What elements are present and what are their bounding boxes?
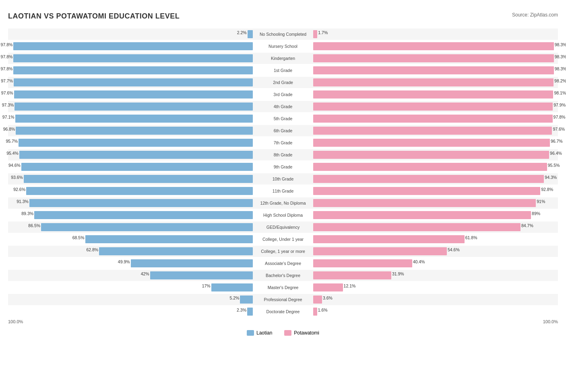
right-value: 1.6% (318, 308, 328, 312)
left-bar-wrap: 2.3% (8, 306, 253, 317)
table-row: 97.6%3rd Grade98.1% (8, 89, 558, 100)
right-bar-wrap: 97.8% (313, 113, 558, 124)
legend-color-laotian (247, 330, 254, 336)
left-bar-wrap: 5.2% (8, 294, 253, 305)
right-value: 96.4% (550, 151, 562, 156)
right-bar-wrap: 98.3% (313, 65, 558, 76)
right-bar-wrap: 95.5% (313, 161, 558, 172)
bar-chart: 2.2%No Schooling Completed1.7%97.8%Nurse… (8, 29, 558, 317)
table-row: 94.6%9th Grade95.5% (8, 161, 558, 172)
left-bar-wrap: 97.8% (8, 41, 253, 52)
right-bar-wrap: 1.6% (313, 306, 558, 317)
legend-color-potawatomi (284, 330, 291, 336)
right-value: 1.7% (318, 30, 328, 35)
left-value: 91.3% (17, 199, 29, 204)
right-value: 92.8% (541, 187, 553, 192)
table-row: 92.6%11th Grade92.8% (8, 185, 558, 197)
left-value: 97.1% (2, 115, 14, 119)
row-label: 2nd Grade (253, 80, 313, 85)
row-label: High School Diploma (253, 213, 313, 218)
table-row: 97.7%2nd Grade98.2% (8, 77, 558, 88)
left-value: 49.9% (118, 259, 130, 264)
left-value: 93.6% (11, 175, 23, 180)
row-label: 7th Grade (253, 140, 313, 145)
left-value: 2.2% (237, 30, 247, 35)
left-bar-wrap: 86.5% (8, 222, 253, 233)
right-bar-wrap: 40.4% (313, 258, 558, 269)
left-value: 2.3% (237, 308, 246, 312)
legend-potawatomi: Potawatomi (284, 330, 319, 336)
row-label: Associate's Degree (253, 261, 313, 266)
table-row: 93.6%10th Grade94.3% (8, 173, 558, 185)
row-label: 1st Grade (253, 68, 313, 73)
row-label: 9th Grade (253, 164, 313, 169)
right-value: 91% (537, 199, 545, 204)
right-bar-wrap: 1.7% (313, 29, 558, 40)
table-row: 42%Bachelor's Degree31.9% (8, 270, 558, 281)
left-value: 94.6% (8, 163, 21, 168)
right-value: 89% (532, 211, 540, 216)
table-row: 97.8%1st Grade98.3% (8, 65, 558, 76)
left-value: 97.8% (1, 54, 13, 59)
right-bar-wrap: 54.6% (313, 246, 558, 257)
right-bar-wrap: 98.1% (313, 89, 558, 100)
table-row: 86.5%GED/Equivalency84.7% (8, 222, 558, 233)
row-label: 10th Grade (253, 177, 313, 181)
table-row: 95.4%8th Grade96.4% (8, 149, 558, 160)
right-value: 98.3% (555, 66, 566, 71)
table-row: 97.8%Kindergarten98.3% (8, 53, 558, 64)
left-bar-wrap: 95.4% (8, 149, 253, 160)
right-value: 54.6% (448, 247, 460, 252)
legend-label-laotian: Laotian (256, 330, 272, 336)
axis-left-label: 100.0% (8, 319, 23, 324)
left-bar-wrap: 97.1% (8, 113, 253, 124)
right-value: 98.3% (555, 42, 566, 47)
left-bar-wrap: 97.8% (8, 53, 253, 64)
right-value: 98.3% (555, 54, 566, 59)
table-row: 2.3%Doctorate Degree1.6% (8, 306, 558, 317)
table-row: 5.2%Professional Degree3.6% (8, 294, 558, 305)
row-label: Professional Degree (253, 297, 313, 302)
table-row: 91.3%12th Grade, No Diploma91% (8, 197, 558, 209)
right-bar-wrap: 96.4% (313, 149, 558, 160)
right-value: 61.8% (465, 235, 477, 240)
right-value: 96.7% (551, 139, 563, 144)
right-bar-wrap: 31.9% (313, 270, 558, 281)
table-row: 95.7%7th Grade96.7% (8, 137, 558, 148)
right-bar-wrap: 97.9% (313, 101, 558, 112)
right-bar-wrap: 94.3% (313, 173, 558, 185)
row-label: Master's Degree (253, 285, 313, 290)
row-label: Doctorate Degree (253, 309, 313, 314)
left-value: 62.8% (86, 247, 98, 252)
right-value: 98.2% (554, 78, 566, 83)
left-value: 5.2% (229, 296, 239, 300)
table-row: 17%Master's Degree12.1% (8, 282, 558, 293)
left-bar-wrap: 96.8% (8, 125, 253, 136)
right-bar-wrap: 98.3% (313, 41, 558, 52)
table-row: 97.3%4th Grade97.9% (8, 101, 558, 112)
right-value: 94.3% (545, 175, 557, 180)
left-value: 89.3% (21, 211, 33, 216)
left-value: 95.7% (6, 139, 18, 144)
right-value: 97.6% (553, 127, 565, 131)
left-value: 97.7% (1, 78, 13, 83)
right-bar-wrap: 97.6% (313, 125, 558, 136)
axis-right-label: 100.0% (543, 319, 558, 324)
right-value: 97.8% (554, 115, 566, 119)
row-label: Bachelor's Degree (253, 273, 313, 278)
left-bar-wrap: 97.8% (8, 65, 253, 76)
left-value: 92.6% (13, 187, 25, 192)
row-label: 5th Grade (253, 116, 313, 121)
table-row: 97.8%Nursery School98.3% (8, 41, 558, 52)
left-value: 42% (141, 271, 149, 276)
left-bar-wrap: 49.9% (8, 258, 253, 269)
left-bar-wrap: 89.3% (8, 209, 253, 221)
left-bar-wrap: 95.7% (8, 137, 253, 148)
legend: Laotian Potawatomi (8, 330, 558, 336)
row-label: College, 1 year or more (253, 249, 313, 254)
right-value: 12.1% (344, 283, 356, 288)
left-bar-wrap: 62.8% (8, 246, 253, 257)
right-bar-wrap: 98.2% (313, 77, 558, 88)
right-value: 31.9% (392, 271, 404, 276)
left-bar-wrap: 94.6% (8, 161, 253, 172)
